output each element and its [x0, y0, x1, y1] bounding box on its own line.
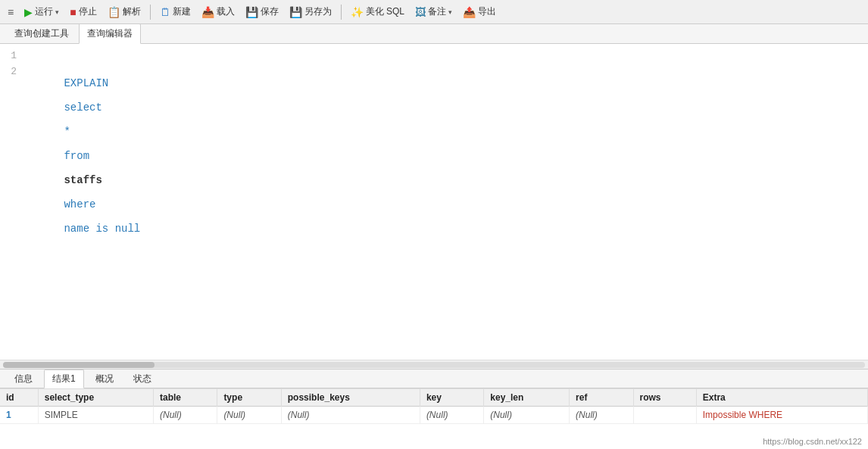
- col-header-key-len: key_len: [484, 389, 570, 407]
- col-header-select-type: select_type: [38, 389, 153, 407]
- space1: [64, 89, 70, 101]
- col-header-ref: ref: [570, 389, 633, 407]
- toolbar: ≡ ▶ 运行 ▾ ■ 停止 📋 解析 🗒 新建 📥 载入 💾 保存 💾 另存为 …: [0, 0, 868, 24]
- cell-key-len: (Null): [484, 407, 570, 424]
- export-label: 导出: [478, 5, 496, 18]
- insert-icon: 📥: [201, 6, 214, 18]
- stop-icon: ■: [70, 6, 76, 18]
- tab-status[interactable]: 状态: [125, 369, 160, 388]
- where-keyword: where: [64, 198, 95, 210]
- table-name: staffs: [64, 174, 101, 186]
- col-header-key: key: [420, 389, 483, 407]
- run-button[interactable]: ▶ 运行 ▾: [21, 4, 62, 20]
- key-len-null: (Null): [490, 410, 512, 420]
- tab-overview[interactable]: 概况: [87, 369, 122, 388]
- stop-label: 停止: [79, 5, 97, 18]
- insert-label: 载入: [217, 5, 235, 18]
- explain-label: 解析: [123, 5, 141, 18]
- explain-icon: 📋: [108, 6, 120, 18]
- run-label: 运行: [35, 5, 53, 18]
- insert-button[interactable]: 📥 载入: [198, 4, 238, 20]
- export-button[interactable]: 📤 导出: [460, 4, 499, 20]
- comment-button[interactable]: 🖼 备注 ▾: [412, 4, 455, 20]
- possible-keys-null: (Null): [288, 410, 310, 420]
- editor-tabs-row: 查询创建工具 查询编辑器: [0, 24, 868, 44]
- ref-null: (Null): [576, 410, 598, 420]
- select-keyword: select: [64, 101, 101, 114]
- comment-icon: 🖼: [415, 6, 426, 18]
- results-table-container: id select_type table type possible_keys …: [0, 388, 868, 449]
- code-line-2: 2 EXPLAIN select * from staffs where nam…: [0, 65, 868, 247]
- comment-label: 备注: [428, 5, 446, 18]
- space2: [64, 114, 70, 126]
- explain-keyword: EXPLAIN: [64, 77, 108, 89]
- col-header-table: table: [153, 389, 217, 407]
- table-row: 1 SIMPLE (Null) (Null) (Null) (Null) (Nu…: [0, 407, 868, 424]
- beautify-icon: ✨: [351, 6, 364, 18]
- col-header-extra: Extra: [696, 389, 867, 407]
- saveas-icon: 💾: [289, 6, 302, 18]
- cell-ref: (Null): [570, 407, 633, 424]
- stop-button[interactable]: ■ 停止: [67, 4, 99, 20]
- cell-select-type: SIMPLE: [38, 407, 153, 424]
- row-id-value: 1: [6, 410, 11, 420]
- saveas-button[interactable]: 💾 另存为: [286, 4, 335, 20]
- from-keyword: from: [64, 150, 89, 162]
- condition: name is null: [64, 223, 140, 235]
- col-header-possible-keys: possible_keys: [281, 389, 420, 407]
- line-number-1: 1: [3, 50, 26, 61]
- table-null: (Null): [160, 410, 182, 420]
- separator-1: [150, 5, 151, 20]
- col-header-id: id: [0, 389, 38, 407]
- key-null: (Null): [426, 410, 448, 420]
- comment-arrow-icon: ▾: [448, 8, 452, 16]
- beautify-button[interactable]: ✨ 美化 SQL: [348, 4, 407, 20]
- hamburger-icon[interactable]: ≡: [5, 5, 17, 20]
- explain-button[interactable]: 📋 解析: [105, 4, 144, 20]
- line-content-2: EXPLAIN select * from staffs where name …: [26, 65, 140, 247]
- run-icon: ▶: [24, 6, 33, 18]
- cell-row-indicator: 1: [0, 407, 38, 424]
- space3: [64, 138, 70, 150]
- tab-query-builder[interactable]: 查询创建工具: [6, 23, 77, 44]
- cell-rows: [633, 407, 696, 424]
- tab-query-editor[interactable]: 查询编辑器: [79, 23, 141, 44]
- separator-2: [341, 5, 342, 20]
- bottom-tabs-row: 信息 结果1 概况 状态: [0, 369, 868, 388]
- col-header-rows: rows: [633, 389, 696, 407]
- cell-extra: Impossible WHERE: [696, 407, 867, 424]
- new-button[interactable]: 🗒 新建: [157, 4, 194, 20]
- save-label: 保存: [261, 5, 279, 18]
- run-arrow-icon: ▾: [55, 8, 59, 16]
- new-icon: 🗒: [160, 6, 170, 18]
- saveas-label: 另存为: [304, 5, 332, 18]
- star: *: [64, 126, 70, 138]
- code-line-1: 1: [0, 50, 868, 65]
- scrollbar-thumb[interactable]: [3, 362, 155, 368]
- tab-info[interactable]: 信息: [6, 369, 41, 388]
- editor-area[interactable]: 1 2 EXPLAIN select * from staffs where n…: [0, 44, 868, 360]
- scrollbar-track[interactable]: [3, 362, 865, 368]
- new-label: 新建: [173, 5, 191, 18]
- horizontal-scrollbar[interactable]: [0, 360, 868, 369]
- col-header-type: type: [217, 389, 281, 407]
- cell-possible-keys: (Null): [281, 407, 420, 424]
- results-table: id select_type table type possible_keys …: [0, 389, 868, 424]
- line-number-2: 2: [3, 66, 26, 77]
- type-null: (Null): [223, 410, 245, 420]
- cell-key: (Null): [420, 407, 483, 424]
- url-watermark: https://blog.csdn.net/xx122: [763, 437, 862, 446]
- export-icon: 📤: [463, 6, 476, 18]
- beautify-label: 美化 SQL: [366, 5, 404, 18]
- save-icon: 💾: [245, 6, 258, 18]
- table-header-row: id select_type table type possible_keys …: [0, 389, 868, 407]
- cell-table: (Null): [153, 407, 217, 424]
- space4: [64, 162, 70, 174]
- save-button[interactable]: 💾 保存: [242, 4, 282, 20]
- cell-type: (Null): [217, 407, 281, 424]
- space6: [64, 210, 70, 223]
- space5: [64, 186, 70, 198]
- tab-result1[interactable]: 结果1: [44, 369, 84, 388]
